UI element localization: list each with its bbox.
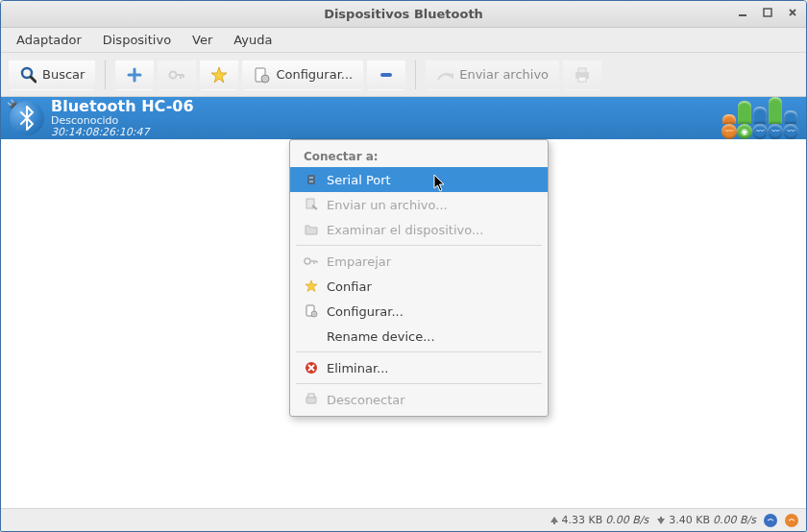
- status-dot-orange: [785, 514, 798, 527]
- svg-point-14: [305, 258, 310, 264]
- blank-icon: [304, 328, 319, 344]
- pair-key-button[interactable]: [158, 60, 196, 90]
- print-button[interactable]: [563, 60, 601, 90]
- serial-port-icon: [304, 172, 319, 187]
- send-file-button[interactable]: Enviar archivo: [426, 60, 559, 90]
- svg-rect-1: [764, 9, 771, 16]
- star-icon: [210, 66, 228, 84]
- svg-rect-12: [309, 181, 313, 182]
- disconnect-icon: [304, 392, 319, 407]
- folder-icon: [304, 222, 319, 237]
- device-subtitle: Desconocido: [51, 115, 194, 127]
- device-row[interactable]: 🔌 Bluetooth HC-06 Desconocido 30:14:08:2…: [1, 97, 806, 139]
- context-header: Conectar a:: [290, 144, 548, 167]
- bluetooth-icon: 🔌: [7, 99, 45, 137]
- send-file-icon: [304, 197, 319, 212]
- ctx-configure-label: Configurar...: [327, 304, 404, 319]
- signal-indicator: 〰 ◉ 〰 〰 〰: [721, 97, 806, 139]
- ctx-browse-label: Examinar el dispositivo...: [327, 223, 483, 237]
- ctx-configure[interactable]: Configurar...: [290, 299, 548, 324]
- minimize-button[interactable]: [735, 5, 750, 20]
- titlebar: Dispositivos Bluetooth: [1, 1, 806, 28]
- ctx-disconnect[interactable]: Desconectar: [290, 387, 548, 412]
- device-info: Bluetooth HC-06 Desconocido 30:14:08:26:…: [51, 98, 194, 138]
- key-icon: [304, 254, 319, 269]
- printer-icon: [574, 66, 591, 84]
- ctx-send-file[interactable]: Enviar un archivo...: [290, 192, 548, 217]
- download-total: 3.40 KB: [669, 514, 710, 526]
- upload-rate: 0.00 B/s: [605, 514, 648, 526]
- separator: [415, 60, 416, 89]
- svg-point-5: [261, 75, 269, 83]
- minus-icon: [378, 66, 395, 84]
- plus-icon: [126, 66, 143, 84]
- ctx-trust[interactable]: Confiar: [290, 274, 548, 299]
- star-icon: [304, 278, 319, 294]
- separator: [105, 60, 106, 89]
- search-label: Buscar: [42, 67, 85, 82]
- ctx-disconnect-label: Desconectar: [327, 393, 405, 407]
- ctx-browse[interactable]: Examinar el dispositivo...: [290, 217, 548, 242]
- separator: [296, 245, 542, 246]
- ctx-serial-port[interactable]: Serial Port: [290, 167, 548, 192]
- key-icon: [168, 66, 185, 84]
- search-button[interactable]: Buscar: [9, 60, 95, 90]
- menu-adaptador[interactable]: Adaptador: [7, 30, 91, 50]
- svg-rect-10: [307, 175, 315, 184]
- configure-label: Configurar...: [276, 67, 353, 82]
- ctx-pair-label: Emparejar: [327, 254, 391, 269]
- menubar: Adaptador Dispositivo Ver Ayuda: [1, 28, 806, 53]
- stat-download: 3.40 KB 0.00 B/s: [656, 514, 756, 526]
- svg-point-16: [311, 311, 317, 317]
- main-area: Conectar a: Serial Port Enviar un archiv…: [1, 139, 806, 508]
- separator: [296, 383, 542, 384]
- ctx-pair[interactable]: Emparejar: [290, 249, 548, 274]
- svg-rect-9: [578, 77, 586, 82]
- send-file-label: Enviar archivo: [459, 67, 549, 82]
- stat-upload: 4.33 KB 0.00 B/s: [550, 514, 649, 526]
- ctx-send-file-label: Enviar un archivo...: [327, 198, 448, 212]
- arrow-up-icon: [550, 516, 559, 525]
- app-window: Dispositivos Bluetooth Adaptador Disposi…: [0, 0, 807, 532]
- device-name: Bluetooth HC-06: [51, 98, 194, 115]
- ctx-rename-label: Rename device...: [327, 329, 435, 344]
- svg-rect-19: [308, 394, 314, 398]
- svg-rect-0: [739, 14, 746, 16]
- maximize-button[interactable]: [760, 5, 775, 20]
- separator: [296, 351, 542, 352]
- arrow-down-icon: [656, 516, 666, 525]
- device-mac: 30:14:08:26:10:47: [51, 127, 194, 138]
- device-list: 🔌 Bluetooth HC-06 Desconocido 30:14:08:2…: [1, 97, 806, 139]
- close-button[interactable]: [785, 5, 800, 20]
- download-rate: 0.00 B/s: [713, 514, 756, 526]
- svg-rect-6: [380, 73, 392, 77]
- context-menu: Conectar a: Serial Port Enviar un archiv…: [289, 139, 549, 417]
- upload-total: 4.33 KB: [562, 514, 603, 526]
- menu-dispositivo[interactable]: Dispositivo: [93, 30, 181, 50]
- ctx-delete[interactable]: Eliminar...: [290, 355, 548, 380]
- status-dot-blue: [764, 514, 777, 527]
- remove-button[interactable]: [367, 60, 405, 90]
- menu-ver[interactable]: Ver: [183, 30, 222, 50]
- menu-ayuda[interactable]: Ayuda: [224, 30, 281, 50]
- add-button[interactable]: [115, 60, 154, 90]
- configure-button[interactable]: Configurar...: [242, 60, 363, 90]
- ctx-delete-label: Eliminar...: [327, 361, 388, 375]
- search-icon: [19, 66, 37, 84]
- document-gear-icon: [304, 303, 319, 319]
- statusbar: 4.33 KB 0.00 B/s 3.40 KB 0.00 B/s: [1, 508, 806, 531]
- svg-point-3: [170, 71, 177, 78]
- ctx-serial-port-label: Serial Port: [327, 173, 391, 187]
- svg-rect-11: [309, 177, 313, 179]
- ctx-rename[interactable]: Rename device...: [290, 324, 548, 349]
- trust-button[interactable]: [200, 60, 238, 90]
- document-gear-icon: [253, 66, 270, 84]
- window-title: Dispositivos Bluetooth: [324, 7, 483, 21]
- toolbar: Buscar Configurar...: [1, 53, 806, 97]
- delete-icon: [304, 360, 319, 375]
- send-icon: [436, 66, 453, 84]
- ctx-trust-label: Confiar: [327, 279, 372, 294]
- svg-rect-8: [578, 68, 586, 73]
